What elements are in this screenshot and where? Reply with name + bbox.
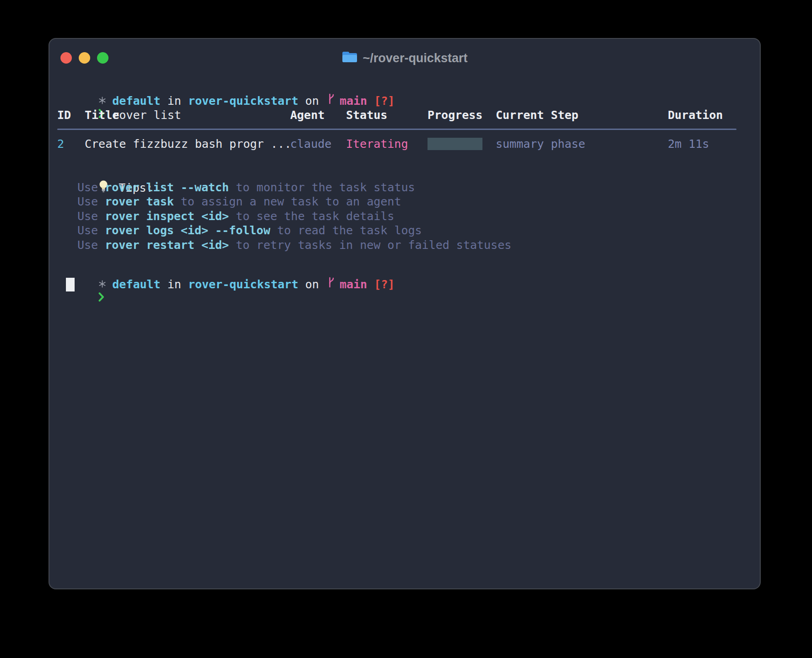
tip-rest: to assign a new task to an agent — [174, 195, 401, 208]
tip-item: Use rover inspect <id> to see the task d… — [57, 209, 756, 224]
task-agent: claude — [290, 137, 331, 151]
prompt-line-1: default in rover-quickstart on main [?] — [57, 79, 756, 94]
table-header-row: ID Title Agent Status Progress Current S… — [57, 108, 756, 123]
tip-rest: to see the task details — [229, 210, 394, 223]
tip-item: Use rover logs <id> --follow to read the… — [57, 223, 756, 238]
folder-icon — [342, 50, 357, 66]
tip-rest: to monitor the task status — [229, 181, 415, 194]
terminal-cursor — [66, 278, 75, 291]
header-duration: Duration — [668, 108, 723, 123]
tip-item: Use rover restart <id> to retry tasks in… — [57, 238, 756, 253]
tip-rest: to retry tasks in new or failed statuses — [229, 238, 511, 252]
tip-prefix: Use — [77, 210, 105, 223]
command-line: rover list — [57, 94, 756, 108]
task-status: Iterating — [346, 137, 408, 151]
task-title: Create fizzbuzz bash progr ... — [85, 137, 292, 151]
task-id: 2 — [57, 137, 64, 151]
task-current-step: summary phase — [496, 137, 585, 151]
prompt-line-2: default in rover-quickstart on main [?] — [57, 263, 756, 277]
header-progress: Progress — [428, 108, 482, 123]
tip-item: Use rover task to assign a new task to a… — [57, 194, 756, 209]
terminal-content: default in rover-quickstart on main [?] … — [57, 79, 756, 291]
window-title: ~/rover-quickstart — [49, 50, 760, 66]
tip-prefix: Use — [77, 238, 105, 252]
input-line[interactable] — [57, 277, 756, 292]
tip-prefix: Use — [77, 224, 105, 237]
task-duration: 2m 11s — [668, 137, 709, 151]
tip-item: Use rover list --watch to monitor the ta… — [57, 180, 756, 195]
header-current-step: Current Step — [496, 108, 579, 123]
tip-prefix: Use — [77, 195, 105, 208]
terminal-window: ~/rover-quickstart default in rover-quic… — [49, 38, 761, 589]
tip-command: rover inspect <id> — [105, 210, 229, 223]
header-agent: Agent — [290, 108, 325, 123]
blank-line — [57, 151, 756, 166]
progress-bar — [428, 138, 482, 150]
tip-command: rover restart <id> — [105, 238, 229, 252]
header-title: Title — [85, 108, 119, 123]
chevron-prompt-icon — [98, 291, 104, 305]
table-separator-line — [57, 123, 756, 137]
table-row: 2 Create fizzbuzz bash progr ... claude … — [57, 137, 756, 151]
titlebar: ~/rover-quickstart — [49, 39, 760, 79]
tip-command: rover list --watch — [105, 181, 229, 194]
header-id: ID — [57, 108, 71, 123]
tip-command: rover logs <id> --follow — [105, 224, 270, 237]
tip-prefix: Use — [77, 181, 105, 194]
window-title-text: ~/rover-quickstart — [363, 51, 468, 65]
tips-heading-line: Tips: — [57, 166, 756, 180]
blank-line — [57, 252, 756, 263]
header-status: Status — [346, 108, 387, 123]
tip-rest: to read the task logs — [270, 224, 422, 237]
tip-command: rover task — [105, 195, 174, 208]
separator-rule — [57, 129, 736, 130]
